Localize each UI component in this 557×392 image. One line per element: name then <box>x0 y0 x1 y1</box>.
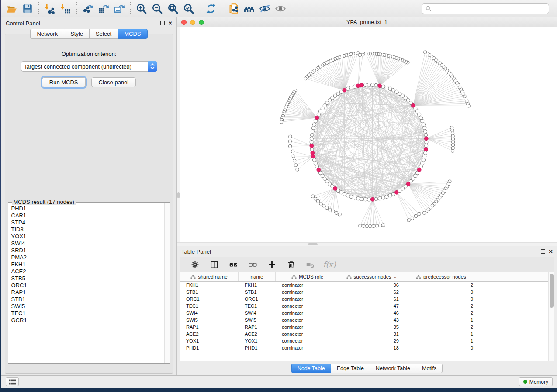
column-header-shared-name[interactable]: shared name <box>180 272 239 281</box>
network-node[interactable] <box>378 197 381 200</box>
network-node[interactable] <box>388 194 392 197</box>
deselect-all-rows-button[interactable] <box>247 259 258 270</box>
network-node[interactable] <box>418 113 421 116</box>
mcds-result-node[interactable]: RAP1 <box>11 289 164 296</box>
table-vertical-scrollbar[interactable] <box>548 272 554 361</box>
mcds-hub-node[interactable] <box>370 197 374 201</box>
mcds-result-node[interactable]: ACE2 <box>11 268 164 275</box>
run-mcds-button[interactable]: Run MCDS <box>42 77 86 87</box>
add-column-button[interactable] <box>266 259 277 270</box>
zoom-in-button[interactable] <box>135 2 149 16</box>
network-node[interactable] <box>451 138 454 141</box>
network-node[interactable] <box>421 119 424 123</box>
network-node[interactable] <box>311 126 315 130</box>
network-node[interactable] <box>311 130 314 133</box>
network-horizontal-scrollbar[interactable] <box>177 242 557 246</box>
network-node[interactable] <box>329 208 332 211</box>
table-settings-button[interactable] <box>190 259 200 270</box>
network-node[interactable] <box>310 133 314 137</box>
close-panel-icon[interactable]: × <box>168 21 172 25</box>
mcds-hub-node[interactable] <box>417 168 421 172</box>
network-node[interactable] <box>422 158 426 162</box>
show-all-button[interactable] <box>273 2 287 16</box>
zoom-fit-button[interactable] <box>166 2 180 16</box>
mcds-hub-node[interactable] <box>333 186 337 190</box>
column-header-MCDS-role[interactable]: MCDS role <box>276 272 339 281</box>
network-node[interactable] <box>385 86 388 89</box>
mcds-result-node[interactable]: CAR1 <box>11 212 164 219</box>
import-network-button[interactable] <box>43 2 57 16</box>
mcds-result-node[interactable]: STB5 <box>11 275 164 282</box>
network-node[interactable] <box>374 83 378 87</box>
network-node[interactable] <box>395 90 398 93</box>
network-node[interactable] <box>289 144 292 148</box>
table-row[interactable]: YOX1YOX1connector291 <box>180 337 548 344</box>
zoom-out-button[interactable] <box>150 2 164 16</box>
export-image-button[interactable] <box>112 2 126 16</box>
mcds-hub-node[interactable] <box>424 148 428 151</box>
network-node[interactable] <box>322 204 325 207</box>
network-window-titlebar[interactable]: YPA_prune.txt_1 <box>177 17 557 27</box>
network-node[interactable] <box>411 217 414 220</box>
network-node[interactable] <box>335 211 338 214</box>
network-node[interactable] <box>451 132 454 135</box>
delete-table-button[interactable] <box>305 259 315 270</box>
zoom-selected-button[interactable] <box>182 2 196 16</box>
network-node[interactable] <box>382 224 385 227</box>
network-node[interactable] <box>356 197 360 200</box>
mcds-hub-node[interactable] <box>356 84 360 88</box>
mcds-result-node[interactable]: YOX1 <box>11 233 164 240</box>
table-row[interactable]: STB1STB1dominator620 <box>180 289 548 296</box>
network-node[interactable] <box>424 51 427 54</box>
mcds-result-node[interactable]: STP4 <box>11 219 164 226</box>
table-row[interactable]: RAP1RAP1dominator352 <box>180 323 548 330</box>
show-columns-button[interactable] <box>209 259 219 270</box>
criterion-dropdown[interactable]: largest connected component (undirected) <box>21 61 157 72</box>
network-node[interactable] <box>304 77 307 80</box>
mcds-result-node[interactable]: PHD1 <box>11 205 164 212</box>
mcds-result-node[interactable]: TID3 <box>11 226 164 233</box>
network-node[interactable] <box>451 135 454 138</box>
network-graph[interactable] <box>180 27 557 242</box>
network-node[interactable] <box>363 198 367 201</box>
network-node[interactable] <box>346 194 349 197</box>
network-node[interactable] <box>381 85 385 88</box>
network-node[interactable] <box>364 52 367 55</box>
network-node[interactable] <box>362 224 365 227</box>
network-node[interactable] <box>325 206 328 209</box>
search-input[interactable] <box>434 6 545 12</box>
network-node[interactable] <box>379 224 382 227</box>
delete-columns-button[interactable] <box>286 259 296 270</box>
table-row[interactable]: SWI5SWI5connector431 <box>180 316 548 323</box>
control-tab-mcds[interactable]: MCDS <box>118 29 147 39</box>
network-node[interactable] <box>419 116 422 120</box>
mcds-hub-node[interactable] <box>343 88 346 92</box>
hide-selected-button[interactable] <box>258 2 272 16</box>
network-node[interactable] <box>343 192 346 196</box>
mcds-hub-node[interactable] <box>315 116 319 120</box>
column-header-predecessor-nodes[interactable]: predecessor nodes <box>404 272 478 281</box>
network-node[interactable] <box>353 196 356 199</box>
function-builder-button[interactable]: f(x) <box>324 259 335 270</box>
save-session-button[interactable] <box>21 2 35 16</box>
network-node[interactable] <box>422 123 426 126</box>
table-row[interactable]: SWI4SWI4dominator462 <box>180 309 548 316</box>
network-node[interactable] <box>425 144 428 148</box>
network-node[interactable] <box>451 129 454 132</box>
mcds-hub-node[interactable] <box>360 83 364 87</box>
float-table-panel-icon[interactable] <box>541 249 545 254</box>
column-header-successor-nodes[interactable]: successor nodes⌄ <box>339 272 404 281</box>
mcds-hub-node[interactable] <box>378 84 382 88</box>
network-node[interactable] <box>296 168 299 171</box>
network-canvas[interactable] <box>177 27 557 242</box>
network-node[interactable] <box>318 110 322 113</box>
mcds-hub-node[interactable] <box>311 151 315 155</box>
export-table-button[interactable] <box>97 2 111 16</box>
table-row[interactable]: ORC1ORC1dominator610 <box>180 296 548 303</box>
network-node[interactable] <box>424 133 428 137</box>
network-node[interactable] <box>358 53 361 56</box>
network-node[interactable] <box>339 191 343 194</box>
network-node[interactable] <box>316 199 319 203</box>
network-node[interactable] <box>388 87 392 90</box>
new-network-from-selection-button[interactable] <box>226 2 240 16</box>
